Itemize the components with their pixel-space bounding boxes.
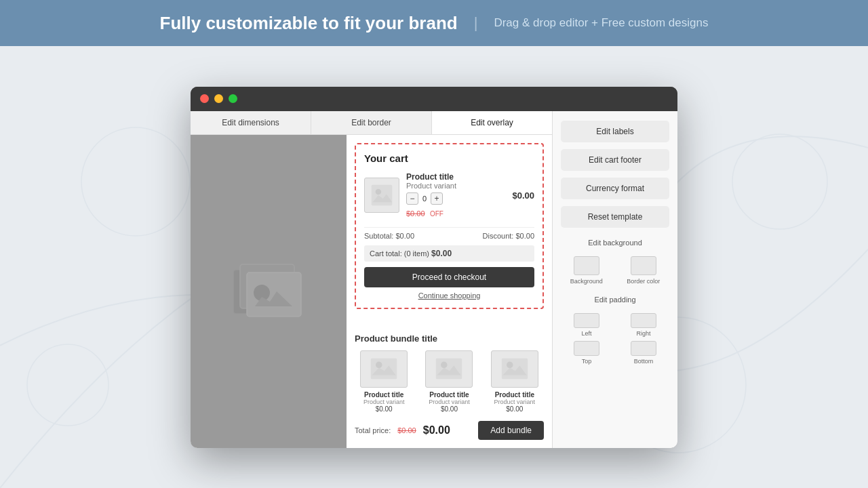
bundle-product-variant-3: Product variant (494, 399, 536, 405)
item-original-price: $0.00 (406, 209, 425, 218)
bundle-product-price-3: $0.00 (506, 405, 523, 413)
editor-content: Your cart (191, 135, 552, 448)
edit-cart-footer-button[interactable]: Edit cart footer (561, 149, 669, 171)
svg-point-13 (441, 362, 448, 369)
svg-point-2 (27, 344, 108, 426)
add-bundle-button[interactable]: Add bundle (478, 421, 544, 440)
mac-window: Edit dimensions Edit border Edit overlay (191, 87, 677, 448)
cart-title: Your cart (364, 152, 534, 164)
editor-panel: Edit dimensions Edit border Edit overlay (191, 111, 552, 448)
bundle-product-1: Product title Product variant $0.00 (355, 350, 413, 413)
item-variant: Product variant (406, 182, 505, 190)
window-maximize-dot[interactable] (229, 94, 237, 103)
svg-point-11 (376, 362, 382, 369)
banner-divider: | (474, 14, 478, 32)
qty-control: − 0 + (406, 192, 505, 205)
border-color-swatch[interactable] (631, 256, 656, 275)
border-color-label: Border color (627, 278, 660, 285)
border-color-swatch-wrap: Border color (627, 256, 660, 285)
padding-top-input[interactable] (574, 341, 599, 356)
qty-decrease-btn[interactable]: − (406, 192, 418, 205)
svg-point-0 (81, 127, 190, 236)
window-body: Edit dimensions Edit border Edit overlay (191, 111, 677, 448)
bundle-new-price: $0.00 (423, 424, 450, 436)
padding-bottom-input[interactable] (631, 341, 656, 356)
reset-template-button[interactable]: Reset template (561, 206, 669, 228)
off-badge: OFF (430, 210, 443, 218)
padding-right-label: Right (636, 330, 650, 337)
left-sidebar (191, 135, 347, 448)
svg-point-9 (376, 189, 382, 195)
bundle-products: Product title Product variant $0.00 (355, 350, 544, 413)
bundle-total-label: Total price: (355, 426, 391, 434)
padding-bottom-wrap: Bottom (631, 341, 656, 365)
checkout-button[interactable]: Proceed to checkout (364, 267, 534, 287)
svg-rect-8 (372, 185, 393, 206)
padding-grid: Left Right Top (561, 313, 669, 365)
svg-rect-10 (371, 359, 397, 379)
bundle-section: Product bundle title (347, 325, 552, 448)
bundle-product-image-1 (360, 350, 408, 388)
item-title: Product title (406, 172, 505, 182)
bundle-product-image-2 (425, 350, 473, 388)
item-image (364, 178, 399, 213)
padding-left-input[interactable] (574, 313, 599, 328)
bundle-title: Product bundle title (355, 333, 544, 344)
item-details: Product title Product variant − 0 + (406, 172, 505, 219)
bundle-product-price-2: $0.00 (441, 405, 458, 413)
padding-top-wrap: Top (574, 341, 599, 365)
cart-dashed-border: Your cart (355, 143, 544, 309)
item-price: $0.00 (512, 190, 534, 201)
color-row: Background Border color (561, 256, 669, 285)
bundle-product-variant-1: Product variant (363, 399, 405, 405)
tab-edit-overlay[interactable]: Edit overlay (432, 111, 552, 134)
bundle-product-title-3: Product title (495, 391, 534, 399)
padding-bottom-label: Bottom (634, 358, 654, 365)
cart-area: Your cart (347, 135, 552, 325)
tab-edit-border[interactable]: Edit border (311, 111, 432, 134)
currency-format-button[interactable]: Currency format (561, 178, 669, 199)
padding-right-input[interactable] (631, 313, 656, 328)
svg-point-3 (732, 134, 827, 229)
tab-bar: Edit dimensions Edit border Edit overlay (191, 111, 552, 135)
bundle-product-image-3 (491, 350, 538, 388)
edit-background-label: Edit background (561, 239, 669, 247)
padding-left-wrap: Left (574, 313, 599, 337)
qty-increase-btn[interactable]: + (431, 192, 443, 205)
padding-top-label: Top (582, 358, 592, 365)
background-label: Background (570, 278, 603, 285)
svg-rect-14 (502, 359, 528, 379)
cart-item: Product title Product variant − 0 + (364, 172, 534, 219)
continue-shopping-link[interactable]: Continue shopping (364, 291, 534, 300)
svg-rect-12 (436, 359, 462, 379)
bundle-product-variant-2: Product variant (429, 399, 470, 405)
image-placeholder (214, 247, 323, 336)
qty-value: 0 (422, 195, 427, 203)
side-panel: Edit labels Edit cart footer Currency fo… (552, 111, 677, 448)
bundle-product-3: Product title Product variant $0.00 (486, 350, 544, 413)
window-minimize-dot[interactable] (214, 94, 223, 103)
item-price-area: $0.00 (512, 190, 534, 201)
main-area: Edit dimensions Edit border Edit overlay (0, 46, 868, 488)
window-close-dot[interactable] (200, 94, 209, 103)
cart-summary: Subtotal: $0.00 Discount: $0.00 (364, 227, 534, 240)
padding-row-top: Left Right (561, 313, 669, 337)
bundle-footer: Total price: $0.00 $0.00 Add bundle (355, 421, 544, 440)
padding-row-bottom: Top Bottom (561, 341, 669, 365)
banner-title: Fully customizable to fit your brand (160, 13, 458, 34)
padding-left-label: Left (581, 330, 591, 337)
background-swatch[interactable] (574, 256, 599, 275)
padding-right-wrap: Right (631, 313, 656, 337)
top-banner: Fully customizable to fit your brand | D… (0, 0, 868, 46)
bundle-product-title-1: Product title (364, 391, 403, 399)
background-swatch-wrap: Background (570, 256, 603, 285)
edit-labels-button[interactable]: Edit labels (561, 121, 669, 142)
svg-point-15 (507, 362, 513, 369)
tab-edit-dimensions[interactable]: Edit dimensions (191, 111, 311, 134)
bundle-product-2: Product title Product variant $0.00 (420, 350, 478, 413)
title-bar (191, 87, 677, 111)
bundle-original-price: $0.00 (397, 426, 416, 434)
bundle-product-price-1: $0.00 (376, 405, 393, 413)
discount-label: Discount: $0.00 (483, 232, 534, 240)
bundle-product-title-2: Product title (429, 391, 469, 399)
